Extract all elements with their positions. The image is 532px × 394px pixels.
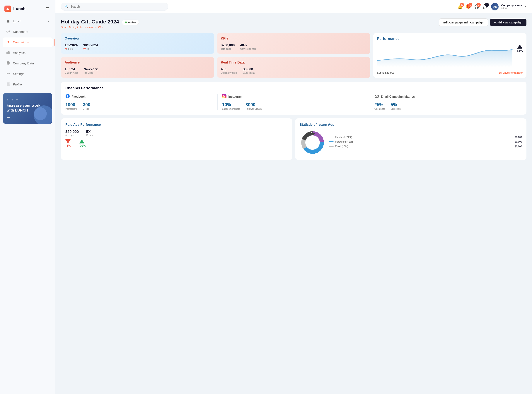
search-input[interactable]: [70, 5, 165, 8]
app-name: Lunch: [13, 6, 26, 11]
notifications-bell-button[interactable]: 🔔 12: [458, 4, 463, 9]
channel-facebook: Facebook 1000 Impressions 300 Clicks: [65, 94, 217, 110]
stats-title: Statistic of return Ads: [300, 123, 522, 127]
sidebar-item-profile[interactable]: Profile: [3, 80, 53, 89]
notification-badge-gift: 5: [468, 3, 472, 7]
settings-nav-icon: [6, 72, 10, 76]
audience-city-value: NewYork: [84, 67, 98, 71]
logo-icon: [5, 5, 11, 12]
performance-up-arrow: [517, 45, 522, 49]
overview-to-label: 📅 To: [83, 48, 98, 50]
edit-campaign-button[interactable]: Edit CampaignEdit Campaign: [439, 18, 488, 26]
channel-instagram-name: Instagram: [228, 95, 242, 98]
paid-metrics: $20,000 Ads Spend 5X Return: [65, 130, 288, 136]
campaign-header: Holiday Gift Guide 2024 Active Goal: Aim…: [61, 18, 527, 29]
performance-card: Performance +4%: [373, 33, 527, 78]
legend-instagram-color: [329, 141, 334, 142]
audience-age-value: 10 : 24: [65, 67, 78, 71]
notification-badge-headset: 2: [477, 3, 481, 7]
sidebar-item-label-campaigns: Campaigns: [13, 41, 29, 44]
sidebar-item-lunch[interactable]: ⊞ Lunch ▼: [3, 17, 53, 26]
channel-facebook-header: Facebook: [65, 94, 213, 99]
channel-facebook-metrics: 1000 Impressions 300 Clicks: [65, 102, 213, 110]
gift-icon-button[interactable]: 🎁 5: [466, 4, 471, 9]
ig-engagement: 10% Engagement Rate: [222, 102, 240, 110]
spend-link[interactable]: Spend $50,000: [377, 71, 395, 74]
audience-age-label: Majority Aged: [65, 72, 78, 74]
alert-icon-button[interactable]: 💬 !: [482, 4, 487, 9]
channel-grid: Facebook 1000 Impressions 300 Clicks: [65, 94, 522, 110]
donut-chart: [300, 130, 325, 156]
audience-city: NewYork Top Cities: [84, 67, 98, 74]
notification-badge-alert: !: [485, 3, 489, 7]
paid-return: 5X Return: [86, 130, 93, 136]
svg-point-7: [8, 73, 9, 74]
search-bar[interactable]: 🔍: [61, 3, 168, 11]
sidebar-item-label-analytics: Analytics: [13, 51, 26, 55]
channel-email-header: Email Campaign Matrics: [375, 94, 518, 99]
header-icons: 🔔 12 🎁 5 🎧 2 💬 ! OE Company Name Admin: [458, 3, 527, 11]
user-profile-button[interactable]: OE Company Name Admin ▼: [491, 3, 527, 11]
overview-to-date: 30/9/2024: [83, 43, 98, 47]
campaigns-nav-icon: [6, 40, 10, 45]
sidebar-item-label-lunch: Lunch: [13, 20, 21, 23]
ig-follower-label: Follower Growth: [245, 108, 261, 110]
sidebar-item-label-dashboard: Dashboard: [13, 30, 28, 34]
up-arrow-icon: [79, 139, 84, 144]
channel-instagram-header: Instagram: [222, 94, 365, 99]
notification-badge-bell: 12: [460, 3, 464, 7]
sidebar-item-label-company-data: Company Data: [13, 62, 34, 65]
legend-instagram-value: $9,000: [515, 140, 522, 143]
channel-instagram-metrics: 10% Engagement Rate 3000 Follower Growth: [222, 102, 365, 110]
promo-arrow-button[interactable]: →: [7, 115, 49, 119]
channel-performance-section: Channel Performance Facebook 1000 Impres…: [61, 82, 527, 115]
svg-point-2: [8, 31, 9, 32]
analytics-nav-icon: [6, 51, 10, 55]
sidebar-item-analytics[interactable]: Analytics: [3, 48, 53, 58]
chevron-down-icon: ▼: [47, 20, 49, 23]
sidebar-item-dashboard[interactable]: Dashboard: [3, 27, 53, 37]
main-area: 🔍 🔔 12 🎁 5 🎧 2 💬 ! OE: [55, 0, 532, 394]
avatar: OE: [491, 3, 499, 11]
audience-city-label: Top Cities: [84, 72, 98, 74]
svg-point-6: [7, 62, 9, 62]
headset-icon-button[interactable]: 🎧 2: [474, 4, 479, 9]
channel-email-name: Email Campaign Matrics: [381, 95, 415, 98]
lunch-nav-icon: ⊞: [6, 19, 10, 24]
paid-neg-value: -4%: [65, 144, 71, 148]
dashboard-nav-icon: [6, 30, 10, 34]
sidebar-navigation: ⊞ Lunch ▼ Dashboard Campaigns Analytics: [0, 17, 55, 89]
campaign-title: Holiday Gift Guide 2024: [61, 19, 119, 25]
kpi-total-sales-label: Total sales: [221, 48, 235, 50]
campaign-goal: Goal: Aiming to boost sales by 30%: [61, 26, 139, 29]
email-click-label: Click Rate: [391, 108, 401, 110]
realtime-visitors: 400 Currently visitors: [221, 67, 237, 74]
svg-point-21: [306, 135, 320, 150]
sidebar-item-settings[interactable]: Settings: [3, 69, 53, 79]
user-dropdown-icon: ▼: [524, 5, 527, 8]
calendar-icon-to: 📅: [83, 48, 86, 50]
svg-rect-10: [7, 85, 10, 85]
ig-engagement-value: 10%: [222, 102, 240, 107]
paid-spend-label: Ads Spend: [65, 134, 79, 136]
content-area: Holiday Gift Guide 2024 Active Goal: Aim…: [55, 13, 532, 394]
sidebar-promo-card[interactable]: • • •• • • Increase your work with LUNCH…: [3, 93, 52, 124]
sidebar-item-campaigns[interactable]: Campaigns: [3, 37, 53, 47]
bottom-grid: Paid Ads Performance $20,000 Ads Spend 5…: [61, 118, 527, 160]
performance-footer: Spend $50,000 15 Days Remainder: [377, 71, 523, 74]
overview-card: Overview 1/9/2024 📅 From 30/9/2024 📅: [61, 33, 214, 54]
audience-age: 10 : 24 Majority Aged: [65, 67, 78, 74]
hamburger-menu[interactable]: ☰: [45, 6, 51, 12]
instagram-icon: [222, 94, 226, 99]
company-data-nav-icon: [6, 61, 10, 66]
performance-chart: +4%: [377, 43, 523, 69]
sidebar-item-company-data[interactable]: Company Data: [3, 58, 53, 68]
paid-return-label: Return: [86, 134, 93, 136]
realtime-visitors-label: Currently visitors: [221, 72, 237, 74]
add-campaign-button[interactable]: + Add New Campaign: [490, 19, 527, 26]
days-remaining: 15 Days Remainder: [499, 71, 523, 74]
legend-facebook: Facebook(24%) $5,000: [329, 136, 522, 139]
email-open: 25% Open Rate: [375, 102, 385, 110]
email-icon: [375, 94, 379, 99]
channel-email: Email Campaign Matrics 25% Open Rate 5% …: [370, 94, 522, 110]
